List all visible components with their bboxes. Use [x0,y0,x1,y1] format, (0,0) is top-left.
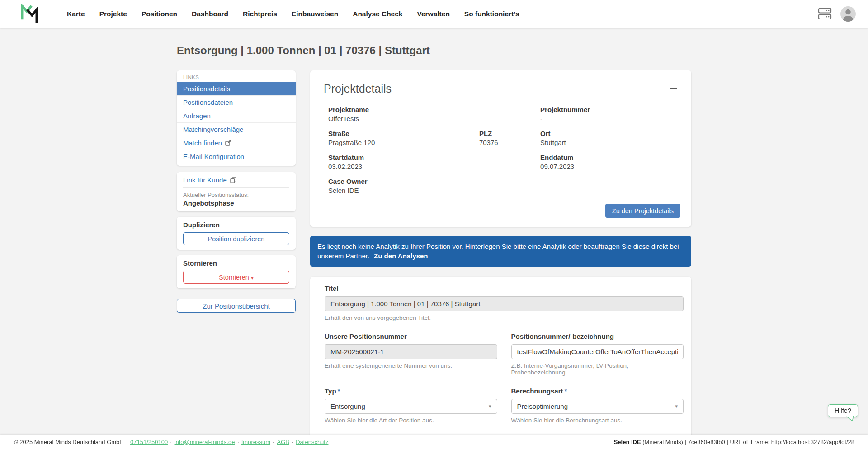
nav-item-projekte[interactable]: Projekte [92,5,134,23]
footer-email-link[interactable]: info@mineral-minds.de [175,439,235,445]
main-menu: Karte Projekte Positionen Dashboard Rich… [60,5,527,23]
session-info: Selen IDE (Mineral Minds) | 7ce360e83fb0… [614,439,854,445]
status-card: Link für Kunde Aktueller Positionsstatus… [177,172,296,211]
sidebar-item-positionsdetails[interactable]: Positionsdetails [177,82,296,95]
cancel-card: Stornieren Stornieren ▾ [177,255,296,288]
field-value: Stuttgart [540,139,680,146]
typ-select[interactable]: Entsorgung ▾ [325,399,497,414]
separator: · [170,439,172,445]
separator: · [126,439,128,445]
our-position-number-input [325,344,497,359]
duplicate-header: Duplizieren [183,221,289,229]
cancel-button[interactable]: Stornieren ▾ [183,271,289,284]
field-label: Ort [540,130,680,137]
footer-datenschutz-link[interactable]: Datenschutz [296,439,328,445]
position-overview-button[interactable]: Zur Positionsübersicht [177,299,296,313]
to-analyses-link[interactable]: Zu den Analysen [374,252,428,260]
project-row: Projektname OfferTests Projektnummer - [321,103,680,126]
duplicate-position-button[interactable]: Position duplizieren [183,232,289,245]
position-number-helper: Z.B. Interne-Vorgangsnummer, LV-Position… [511,362,684,376]
field-label: Projektnummer [540,106,680,113]
sidebar-item-match-finden[interactable]: Match finden [177,136,296,150]
links-header: LINKS [177,70,296,82]
footer: © 2025 Mineral Minds Deutschland GmbH · … [0,435,868,449]
copy-icon [230,177,236,183]
nav-item-analyse-check[interactable]: Analyse Check [345,5,410,23]
session-user: Selen IDE [614,439,641,445]
field-label: Case Owner [328,178,680,185]
duplicate-card: Duplizieren Position duplizieren [177,217,296,250]
mineral-minds-logo-icon [21,4,38,24]
top-nav: Karte Projekte Positionen Dashboard Rich… [0,0,868,28]
required-asterisk: * [338,387,340,395]
sidebar: LINKS Positionsdetails Positionsdateien … [177,70,296,313]
project-row: Straße Pragstraße 120 PLZ 70376 Ort Stut… [321,126,680,150]
required-asterisk: * [565,387,567,395]
chevron-down-icon: ▾ [489,403,491,409]
nav-item-positionen[interactable]: Positionen [134,5,184,23]
position-number-input[interactable] [511,344,684,359]
project-details-title: Projektdetails [324,82,392,95]
project-row: Startdatum 03.02.2023 Enddatum 09.07.202… [321,150,680,174]
titel-input [325,296,684,311]
field-label: PLZ [479,130,533,137]
external-link-icon [225,140,231,146]
our-position-number-label: Unsere Positionsnummer [325,332,497,340]
sidebar-item-matchingvorschlaege[interactable]: Matchingvorschläge [177,122,296,136]
main-content: Projektdetails Projektname OfferTests Pr… [310,70,691,449]
our-position-number-helper: Erhält eine systemgenerierte Nummer von … [325,362,497,369]
nav-item-karte[interactable]: Karte [60,5,92,23]
nav-item-richtpreis[interactable]: Richtpreis [236,5,284,23]
berechnungsart-label: Berechnungsart* [511,387,684,395]
berechnungsart-helper: Wählen Sie hier die Berechnungsart aus. [511,417,684,424]
position-number-label: Positionsnummer/-bezeichnung [511,332,684,340]
field-label: Enddatum [540,154,680,161]
status-value: Angebotsphase [183,199,289,207]
to-project-details-button[interactable]: Zu den Projektdetails [605,204,680,218]
typ-helper: Wählen Sie hier die Art der Position aus… [325,417,497,424]
brand-logo[interactable] [21,4,38,24]
sidebar-item-positionsdateien[interactable]: Positionsdateien [177,95,296,109]
status-label: Aktueller Positionsstatus: [183,192,289,198]
cancel-header: Stornieren [183,259,289,267]
titel-helper: Erhält den von uns vorgegebenen Titel. [325,314,684,321]
nav-item-so-funktionierts[interactable]: So funktioniert's [457,5,527,23]
field-value: 70376 [479,139,533,146]
customer-link[interactable]: Link für Kunde [183,176,289,188]
footer-impressum-link[interactable]: Impressum [241,439,270,445]
help-bubble-tail [846,416,854,421]
field-label: Projektname [328,106,533,113]
banner-text: Es liegt noch keine Analytik zu Ihrer Po… [317,243,679,260]
berechnungsart-select[interactable]: Preisoptimierung ▾ [511,399,684,414]
footer-agb-link[interactable]: AGB [277,439,289,445]
nav-item-verwalten[interactable]: Verwalten [410,5,457,23]
footer-phone-link[interactable]: 07151/250100 [130,439,168,445]
help-button[interactable]: Hilfe? [828,404,858,417]
project-row: Case Owner Selen IDE [321,174,680,198]
titel-label: Titel [325,285,684,292]
field-label: Startdatum [328,154,533,161]
cancel-button-label: Stornieren [219,274,249,281]
copyright-text: © 2025 Mineral Minds Deutschland GmbH [14,439,124,445]
field-value: 03.02.2023 [328,163,533,170]
field-label: Straße [328,130,472,137]
collapse-minus-icon[interactable] [670,88,677,89]
server-stack-icon[interactable] [818,8,832,20]
field-value: Pragstraße 120 [328,139,472,146]
field-value: Selen IDE [328,187,680,194]
separator: · [237,439,239,445]
links-card: LINKS Positionsdetails Positionsdateien … [177,70,296,166]
page-title: Entsorgung | 1.000 Tonnen | 01 | 70376 |… [177,44,691,57]
project-details-card: Projektdetails Projektname OfferTests Pr… [310,70,691,227]
field-value: 09.07.2023 [540,163,680,170]
sidebar-item-anfragen[interactable]: Anfragen [177,109,296,122]
user-avatar-icon[interactable] [840,6,856,22]
page-content: Entsorgung | 1.000 Tonnen | 01 | 70376 |… [177,44,691,449]
sidebar-item-email-konfiguration[interactable]: E-Mail Konfiguration [177,150,296,163]
berechnungsart-select-value: Preisoptimierung [517,402,568,410]
separator: · [292,439,293,445]
nav-item-einbauweisen[interactable]: Einbauweisen [284,5,345,23]
nav-item-dashboard[interactable]: Dashboard [184,5,236,23]
field-value: OfferTests [328,115,533,122]
title-divider [177,64,691,64]
